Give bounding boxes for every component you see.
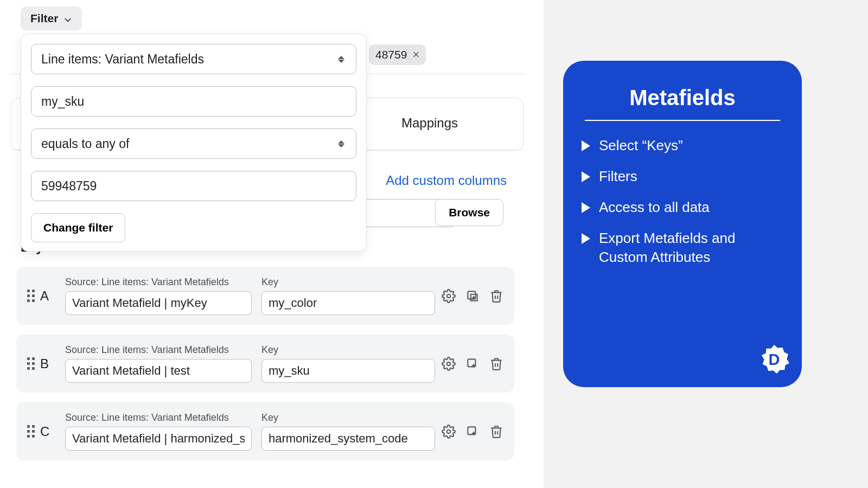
key-input[interactable]: [261, 291, 435, 315]
trash-icon[interactable]: [489, 289, 503, 303]
column-name-input[interactable]: [65, 427, 252, 451]
svg-text:D: D: [769, 351, 780, 368]
filter-button[interactable]: Filter: [21, 7, 82, 30]
drag-handle[interactable]: C: [27, 424, 55, 439]
key-label: Key: [261, 344, 503, 356]
play-icon: [582, 233, 590, 244]
svg-point-8: [447, 429, 451, 433]
drag-handle[interactable]: A: [27, 288, 55, 304]
filter-popover: Line items: Variant Metafields equals to…: [21, 34, 367, 252]
trash-icon[interactable]: [489, 357, 503, 371]
chevron-down-icon: [63, 14, 72, 23]
promo-title: Metafields: [582, 86, 783, 110]
play-icon: [582, 171, 590, 182]
play-icon: [582, 202, 590, 213]
row-source-label: Source: Line items: Variant Metafields: [65, 412, 252, 423]
drag-icon: [27, 425, 35, 438]
key-input[interactable]: [261, 427, 435, 451]
trash-icon[interactable]: [489, 425, 503, 439]
row-letter: A: [40, 288, 49, 304]
svg-point-0: [447, 294, 451, 298]
filter-operator-value: equals to any of: [41, 137, 129, 151]
duplicate-icon[interactable]: [465, 289, 480, 303]
filter-button-label: Filter: [30, 12, 58, 25]
app-left-pane: Filter 48759 × Mappings Add custom colum…: [0, 0, 544, 488]
browse-button[interactable]: Browse: [435, 199, 503, 226]
play-icon: [582, 140, 590, 151]
svg-point-4: [447, 362, 451, 365]
select-sort-icon: [336, 140, 346, 147]
promo-item: Select “Keys”: [582, 136, 783, 155]
gear-icon[interactable]: [442, 289, 456, 303]
row-letter: C: [40, 424, 49, 439]
filter-value-input[interactable]: [31, 171, 356, 201]
column-name-input[interactable]: [65, 359, 252, 383]
key-label: Key: [261, 277, 503, 288]
row-source-label: Source: Line items: Variant Metafields: [65, 277, 252, 288]
gear-icon[interactable]: [442, 357, 456, 371]
layout-row: B Source: Line items: Variant Metafields…: [16, 335, 514, 393]
divider: [585, 120, 780, 121]
tab-mappings[interactable]: Mappings: [401, 115, 458, 131]
duplicate-icon[interactable]: [465, 357, 480, 371]
add-custom-columns-link[interactable]: Add custom columns: [386, 173, 507, 188]
duplicate-icon[interactable]: [465, 425, 480, 439]
brand-badge-icon: D: [758, 344, 790, 375]
promo-card: Metafields Select “Keys” Filters Access …: [563, 61, 802, 387]
select-sort-icon: [336, 56, 346, 63]
row-letter: B: [40, 356, 49, 371]
promo-item: Filters: [582, 167, 783, 186]
drag-handle[interactable]: B: [27, 356, 55, 371]
key-input[interactable]: [261, 359, 435, 383]
drag-icon: [27, 357, 35, 370]
layout-rows: A Source: Line items: Variant Metafields…: [16, 267, 514, 470]
filter-field-value: Line items: Variant Metafields: [41, 52, 204, 67]
gear-icon[interactable]: [442, 425, 456, 439]
key-label: Key: [261, 412, 503, 423]
promo-item: Access to all data: [582, 198, 783, 217]
filter-operator-select[interactable]: equals to any of: [31, 129, 356, 159]
promo-item: Export Metafields and Custom Attributes: [582, 229, 783, 267]
column-name-input[interactable]: [65, 291, 252, 315]
chip-text: 48759: [375, 48, 407, 61]
active-filter-chip[interactable]: 48759 ×: [369, 44, 426, 65]
layout-row: A Source: Line items: Variant Metafields…: [16, 267, 514, 325]
change-filter-button[interactable]: Change filter: [31, 213, 125, 242]
close-icon[interactable]: ×: [412, 48, 419, 62]
filter-key-input[interactable]: [31, 86, 356, 117]
filter-field-select[interactable]: Line items: Variant Metafields: [31, 44, 356, 74]
layout-row: C Source: Line items: Variant Metafields…: [16, 402, 514, 460]
promo-list: Select “Keys” Filters Access to all data…: [582, 136, 783, 267]
row-source-label: Source: Line items: Variant Metafields: [65, 344, 252, 356]
drag-icon: [27, 290, 35, 302]
